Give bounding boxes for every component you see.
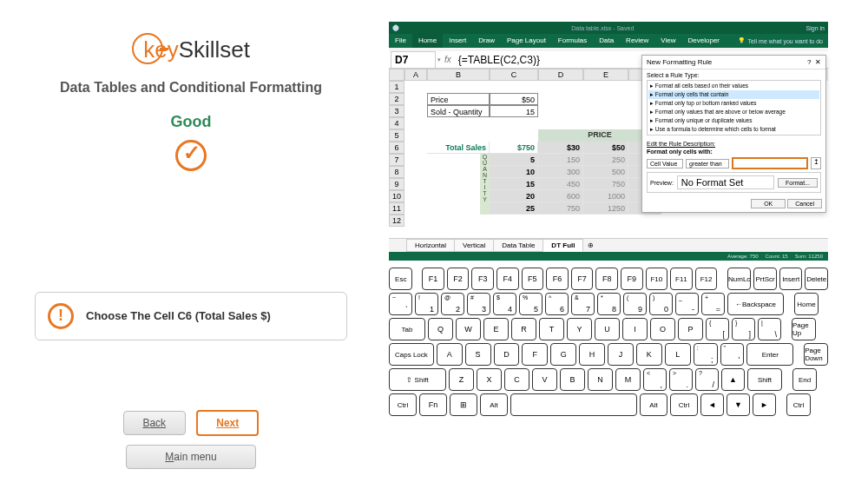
key-s[interactable]: S: [465, 343, 491, 366]
key-f11[interactable]: F11: [670, 268, 693, 290]
row-header[interactable]: 8: [389, 166, 404, 178]
add-sheet-icon[interactable]: ⊕: [582, 241, 599, 249]
condition-operator-dropdown[interactable]: greater than: [686, 159, 729, 169]
key-4[interactable]: $4: [493, 293, 516, 315]
key-w[interactable]: W: [456, 318, 481, 340]
condition-subject-dropdown[interactable]: Cell Value: [647, 159, 683, 169]
row-header[interactable]: 5: [389, 129, 404, 142]
fx-icon[interactable]: fx: [441, 55, 455, 64]
row-header[interactable]: 7: [389, 154, 404, 166]
key-o[interactable]: O: [650, 318, 675, 340]
name-box[interactable]: D7: [391, 51, 436, 69]
cell[interactable]: 25: [490, 202, 538, 215]
key-1[interactable]: !1: [415, 293, 438, 315]
rule-type-option[interactable]: ▸ Format only cells that contain: [648, 90, 819, 99]
key-alt[interactable]: Alt: [640, 393, 667, 416]
cell[interactable]: Total Sales: [427, 142, 490, 154]
key-f6[interactable]: F6: [546, 268, 569, 290]
key-f5[interactable]: F5: [522, 268, 544, 290]
key-shift[interactable]: Shift: [747, 368, 782, 391]
key-f10[interactable]: F10: [646, 268, 668, 290]
cell[interactable]: 10: [490, 166, 538, 178]
ribbon-tab-insert[interactable]: Insert: [443, 34, 472, 48]
row-header[interactable]: 2: [389, 93, 404, 105]
key-insert[interactable]: Insert: [779, 268, 803, 290]
key-[interactable]: "': [720, 343, 745, 366]
key-7[interactable]: &7: [571, 293, 595, 315]
key-5[interactable]: %5: [519, 293, 542, 315]
cell[interactable]: 5: [490, 154, 538, 166]
key-capslock[interactable]: Caps Lock: [389, 343, 434, 366]
key-backspace[interactable]: ←Backspace: [727, 293, 784, 315]
cell[interactable]: 600: [538, 190, 583, 202]
key-[interactable]: ⊞: [450, 393, 477, 416]
key-c[interactable]: C: [504, 368, 529, 391]
key-0[interactable]: )0: [649, 293, 673, 315]
key-8[interactable]: *8: [597, 293, 621, 315]
column-header[interactable]: A: [404, 69, 427, 81]
key-tab[interactable]: Tab: [389, 318, 425, 340]
key-x[interactable]: X: [477, 368, 502, 391]
row-header[interactable]: 1: [389, 81, 404, 93]
key-f12[interactable]: F12: [695, 268, 718, 290]
cell[interactable]: 300: [538, 166, 583, 178]
ribbon-tab-home[interactable]: Home: [412, 34, 443, 48]
cell[interactable]: 450: [538, 178, 583, 190]
row-header[interactable]: 3: [389, 105, 404, 117]
row-header[interactable]: 11: [389, 202, 404, 215]
key-j[interactable]: J: [608, 343, 634, 366]
key-y[interactable]: Y: [567, 318, 592, 340]
sheet-tab[interactable]: Horizontal: [406, 239, 455, 252]
key-[interactable]: <,: [643, 368, 667, 391]
key-f9[interactable]: F9: [621, 268, 643, 290]
signin[interactable]: Sign in: [806, 25, 825, 31]
condition-value-input[interactable]: [732, 157, 808, 169]
key-[interactable]: +=: [701, 293, 725, 315]
key-delete[interactable]: Delete: [805, 268, 828, 290]
key-shift[interactable]: ⇧ Shift: [389, 368, 446, 391]
key-[interactable]: >.: [669, 368, 693, 391]
rule-type-option[interactable]: ▸ Format only top or bottom ranked value…: [648, 99, 819, 108]
range-picker-icon[interactable]: ↥: [811, 157, 821, 169]
key-[interactable]: ▼: [727, 393, 750, 416]
next-button[interactable]: Next: [196, 410, 259, 436]
row-header[interactable]: 10: [389, 190, 404, 202]
key-home[interactable]: Home: [794, 293, 819, 315]
ribbon-tab-developer[interactable]: Developer: [682, 34, 726, 48]
key-[interactable]: |\: [758, 318, 781, 340]
cell[interactable]: $50: [490, 93, 538, 105]
rule-type-option[interactable]: ▸ Format all cells based on their values: [648, 82, 819, 90]
key-[interactable]: ?/: [695, 368, 719, 391]
cell[interactable]: $750: [490, 142, 538, 154]
main-menu-button[interactable]: Main menu: [126, 445, 256, 469]
cell[interactable]: 1250: [583, 202, 628, 215]
rule-type-option[interactable]: ▸ Format only values that are above or b…: [648, 108, 819, 116]
row-header[interactable]: 6: [389, 142, 404, 154]
ribbon-tab-formulas[interactable]: Formulas: [552, 34, 593, 48]
key-g[interactable]: G: [550, 343, 576, 366]
key-z[interactable]: Z: [449, 368, 474, 391]
cancel-button[interactable]: Cancel: [787, 199, 822, 208]
tell-me-search[interactable]: 💡Tell me what you want to do: [738, 37, 828, 44]
key-alt[interactable]: Alt: [480, 393, 508, 416]
key-i[interactable]: I: [622, 318, 648, 340]
ribbon-tab-review[interactable]: Review: [620, 34, 654, 48]
key-ctrl[interactable]: Ctrl: [786, 393, 811, 416]
ribbon-tab-data[interactable]: Data: [593, 34, 620, 48]
column-header[interactable]: E: [583, 69, 628, 81]
key-[interactable]: ►: [753, 393, 776, 416]
key-9[interactable]: (9: [623, 293, 647, 315]
ribbon-tab-pagelayout[interactable]: Page Layout: [501, 34, 552, 48]
key-[interactable]: }]: [732, 318, 755, 340]
key-f[interactable]: F: [522, 343, 548, 366]
row-header[interactable]: 12: [389, 215, 404, 227]
key-[interactable]: :;: [694, 343, 718, 366]
key-[interactable]: ~`: [389, 293, 412, 315]
key-[interactable]: ▲: [721, 368, 745, 391]
key-b[interactable]: B: [560, 368, 585, 391]
key-e[interactable]: E: [483, 318, 509, 340]
rule-type-option[interactable]: ▸ Use a formula to determine which cells…: [648, 125, 819, 134]
key-enter[interactable]: Enter: [746, 343, 793, 366]
key-h[interactable]: H: [579, 343, 605, 366]
key-[interactable]: _-: [675, 293, 699, 315]
